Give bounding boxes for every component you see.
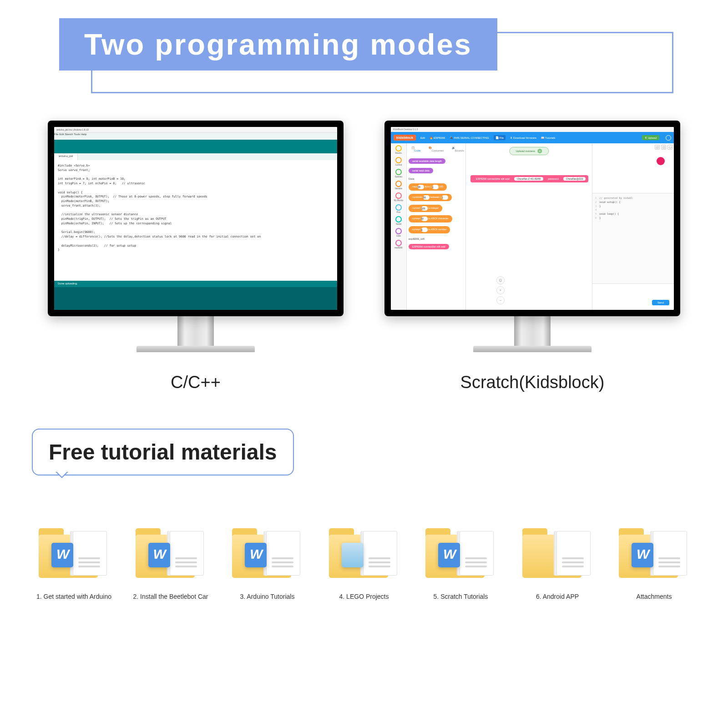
monitor-kidsblock: KidsBlock Desktop 1.1.3 kidsblock Edit 🔥… bbox=[384, 121, 680, 392]
stage-icon-3[interactable]: 🖵 bbox=[667, 145, 672, 150]
folder-label: 3. Arduino Tutorials bbox=[240, 593, 295, 600]
kb-titlebar: KidsBlock Desktop 1.1.3 bbox=[391, 127, 674, 132]
folder-label: Attachments bbox=[637, 593, 672, 600]
kb-tabs: 📋 Code 🎨 Costumes 🔊 Sounds bbox=[409, 145, 464, 153]
folder-label: 1. Get started with Arduino bbox=[36, 593, 111, 600]
arduino-menu: File Edit Sketch Tools Help bbox=[54, 133, 337, 140]
send-button[interactable]: Send bbox=[652, 300, 669, 305]
arduino-titlebar: arduino_pid.ino | Arduino 1.8.13 bbox=[54, 127, 337, 133]
block[interactable]: serial available data length bbox=[409, 158, 445, 164]
folder-icon bbox=[522, 526, 593, 585]
kb-body: EventsControlOperatoVariableMy BlocksPin… bbox=[391, 143, 674, 310]
kb-download[interactable]: ⬇ Download firmware bbox=[510, 136, 536, 139]
data-block[interactable]: constrain between ( bbox=[409, 194, 452, 201]
kb-canvas[interactable]: Upload success × ESP8266 connect|the wif… bbox=[466, 143, 592, 310]
zoom-in-icon[interactable]: + bbox=[496, 286, 505, 294]
kb-tutorials[interactable]: 📖 Tutorials bbox=[541, 136, 555, 139]
zoom-out-icon[interactable]: − bbox=[496, 296, 505, 304]
arduino-toolbar bbox=[54, 140, 337, 153]
arduino-code: #include <Servo.h> Servo servo_front; in… bbox=[54, 160, 337, 288]
data-block[interactable]: map from ( 100 bbox=[409, 183, 447, 191]
stage-icon-1[interactable]: ⬜ bbox=[655, 145, 660, 150]
kb-brand: kidsblock bbox=[394, 135, 416, 141]
monitor-stand-base bbox=[473, 346, 592, 352]
monitor-stand-neck bbox=[514, 316, 551, 346]
data-block[interactable]: convert to ASCII character bbox=[409, 215, 452, 222]
zoom-target-icon[interactable]: ⊙ bbox=[496, 276, 505, 284]
folder-label: 6. Android APP bbox=[536, 593, 579, 600]
upload-success-toast: Upload success × bbox=[509, 147, 549, 155]
kb-stage: ⬜ ⬜ 🖵 bbox=[592, 143, 674, 193]
kb-right-panel: ⬜ ⬜ 🖵 1// generated by kidsbl2void setup… bbox=[592, 143, 674, 310]
monitor-arduino: arduino_pid.ino | Arduino 1.8.13 File Ed… bbox=[48, 121, 344, 392]
kb-categories: EventsControlOperatoVariableMy BlocksPin… bbox=[391, 143, 407, 310]
data-label: Data bbox=[409, 177, 464, 180]
category-data[interactable]: Data bbox=[391, 228, 406, 237]
folder-icon bbox=[39, 526, 109, 585]
data-block[interactable]: convert to integer bbox=[409, 205, 442, 212]
wifi-block[interactable]: ESP8266 connect|for wifi ssid bbox=[409, 244, 449, 249]
folder-icon bbox=[329, 526, 399, 585]
category-control[interactable]: Control bbox=[391, 157, 406, 166]
title-section: Two programming modes bbox=[59, 18, 669, 71]
zoom-controls: ⊙ + − bbox=[496, 276, 505, 304]
arduino-status: Done uploading. bbox=[54, 281, 337, 287]
category-serial[interactable]: Serial bbox=[391, 216, 406, 225]
kb-palette: 📋 Code 🎨 Costumes 🔊 Sounds serial availa… bbox=[407, 143, 466, 310]
monitor-frame-left: arduino_pid.ino | Arduino 1.8.13 File Ed… bbox=[48, 121, 344, 316]
sprite-icon[interactable] bbox=[657, 157, 665, 165]
arduino-sketchtab: arduino_pid bbox=[54, 153, 337, 160]
kb-toolbar: kidsblock Edit 🔥 ESP8266 🔌 XMS SERIAL CO… bbox=[391, 132, 674, 143]
stage-icons: ⬜ ⬜ 🖵 bbox=[655, 145, 672, 150]
folder-label: 5. Scratch Tutorials bbox=[434, 593, 488, 600]
kb-edit[interactable]: Edit bbox=[420, 136, 425, 139]
main-title: Two programming modes bbox=[59, 18, 497, 71]
data-block[interactable]: convert to ASCII number bbox=[409, 226, 450, 233]
arduino-screen: arduino_pid.ino | Arduino 1.8.13 File Ed… bbox=[54, 127, 337, 310]
wifi-label: esp8266_wifi bbox=[409, 238, 464, 240]
folder-label: 4. LEGO Projects bbox=[339, 593, 389, 600]
stage-icon-2[interactable]: ⬜ bbox=[661, 145, 666, 150]
tutorial-title-box: Free tutorial materials bbox=[32, 429, 294, 475]
canvas-script[interactable]: ESP8266 connect|the wifi ssid ChinaNet-Z… bbox=[470, 175, 588, 182]
arduino-console bbox=[54, 287, 337, 310]
gear-icon[interactable] bbox=[666, 135, 671, 141]
block[interactable]: serial read data bbox=[409, 168, 433, 173]
kb-upload-button[interactable]: ⬆ Upload bbox=[642, 135, 659, 140]
kb-connection[interactable]: 🔌 XMS SERIAL CONNECTING bbox=[450, 136, 489, 139]
folder-item[interactable]: 5. Scratch Tutorials bbox=[416, 526, 505, 600]
monitor-stand-base bbox=[136, 346, 255, 352]
kb-bottom: Send bbox=[592, 283, 674, 310]
tab-code[interactable]: 📋 Code bbox=[409, 145, 426, 153]
folder-item[interactable]: Attachments bbox=[610, 526, 698, 600]
category-events[interactable]: Events bbox=[391, 145, 406, 154]
category-variable[interactable]: Variable bbox=[391, 181, 406, 190]
tab-costumes[interactable]: 🎨 Costumes bbox=[426, 145, 449, 153]
monitor-frame-right: KidsBlock Desktop 1.1.3 kidsblock Edit 🔥… bbox=[384, 121, 680, 316]
folder-icon bbox=[425, 526, 496, 585]
folders-row: 1. Get started with Arduino2. Install th… bbox=[27, 526, 701, 600]
kb-code-preview: 1// generated by kidsbl2void setup() {3}… bbox=[592, 193, 674, 283]
category-operato[interactable]: Operato bbox=[391, 169, 406, 178]
monitor-label-right: Scratch(Kidsblock) bbox=[460, 373, 605, 392]
folder-icon bbox=[619, 526, 689, 585]
category-pins[interactable]: Pins bbox=[391, 204, 406, 213]
folder-icon bbox=[232, 526, 303, 585]
category-my blocks[interactable]: My Blocks bbox=[391, 192, 406, 202]
folder-item[interactable]: 3. Arduino Tutorials bbox=[223, 526, 312, 600]
folder-item[interactable]: 2. Install the Beetlebot Car bbox=[126, 526, 215, 600]
folder-item[interactable]: 4. LEGO Projects bbox=[320, 526, 409, 600]
kidsblock-screen: KidsBlock Desktop 1.1.3 kidsblock Edit 🔥… bbox=[391, 127, 674, 310]
esp-connect-block[interactable]: ESP8266 connect|the wifi ssid ChinaNet-Z… bbox=[470, 175, 588, 182]
folder-item[interactable]: 1. Get started with Arduino bbox=[30, 526, 118, 600]
close-icon[interactable]: × bbox=[537, 149, 542, 153]
folder-item[interactable]: 6. Android APP bbox=[513, 526, 602, 600]
kb-file[interactable]: 📄 File bbox=[494, 135, 506, 140]
category-esp8266[interactable]: esp8266 bbox=[391, 240, 406, 249]
monitor-stand-neck bbox=[177, 316, 214, 346]
folder-icon bbox=[136, 526, 206, 585]
kb-device[interactable]: 🔥 ESP8266 bbox=[430, 136, 445, 139]
folder-label: 2. Install the Beetlebot Car bbox=[133, 593, 208, 600]
monitor-label-left: C/C++ bbox=[171, 373, 221, 392]
monitors-row: arduino_pid.ino | Arduino 1.8.13 File Ed… bbox=[27, 121, 701, 392]
